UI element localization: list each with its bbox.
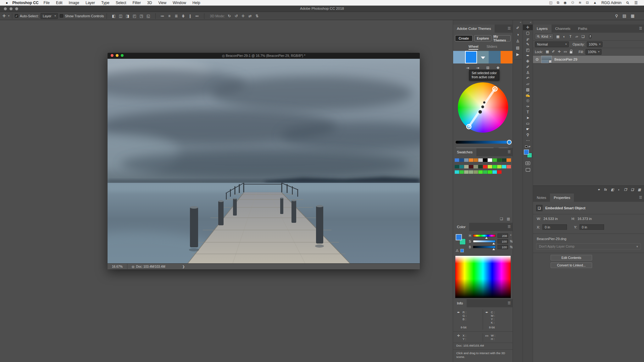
fill-field[interactable]: 100% ▾ bbox=[586, 49, 602, 55]
default-colors-icon[interactable] bbox=[525, 145, 527, 148]
delete-layer-icon[interactable]: ▥ bbox=[638, 188, 641, 191]
tab-color[interactable]: Color bbox=[453, 223, 469, 231]
clone-stamp-tool[interactable]: ♙ bbox=[523, 70, 533, 75]
spotlight-search-icon[interactable]: ⚲ bbox=[624, 1, 632, 5]
new-layer-icon[interactable]: ❏ bbox=[631, 188, 634, 191]
menu-item[interactable]: Edit bbox=[53, 1, 66, 5]
actions-icon[interactable]: ▶ bbox=[513, 51, 523, 58]
brightness-slider-handle[interactable] bbox=[507, 140, 512, 145]
edit-contents-button[interactable]: Edit Contents bbox=[551, 255, 592, 261]
tab-properties[interactable]: Properties bbox=[550, 194, 574, 202]
tab-notes[interactable]: Notes bbox=[533, 194, 550, 202]
distribute-right-icon[interactable]: ≕ bbox=[194, 14, 200, 18]
x-field[interactable]: 0 in bbox=[542, 224, 567, 230]
filter-smart-object-icon[interactable]: ❏ bbox=[580, 35, 586, 39]
airplay-icon[interactable]: ⊡ bbox=[584, 1, 591, 5]
align-bottom-icon[interactable]: ◱ bbox=[145, 14, 152, 18]
layer-comp-dropdown[interactable]: Don't Apply Layer Comp ▾ bbox=[536, 243, 641, 250]
brush-settings-icon[interactable]: ✐ bbox=[513, 25, 523, 31]
theme-swatch[interactable] bbox=[489, 51, 501, 63]
hand-tool[interactable]: ☛ bbox=[523, 126, 533, 132]
smudge-tool[interactable]: ✍ bbox=[523, 92, 533, 98]
align-right-icon[interactable]: ◨ bbox=[125, 14, 131, 18]
clone-source-icon[interactable]: ♙ bbox=[513, 38, 523, 44]
align-middle-icon[interactable]: ◳ bbox=[138, 14, 145, 18]
auto-select-dropdown[interactable]: Layer ▾ bbox=[41, 13, 58, 19]
tab-explore[interactable]: Explore bbox=[474, 35, 492, 41]
new-swatch-icon[interactable]: ❏ bbox=[500, 217, 503, 221]
color-swatch[interactable] bbox=[459, 170, 464, 174]
screen-capture-icon[interactable]: ◫ bbox=[547, 1, 554, 5]
lock-all-icon[interactable] bbox=[570, 51, 572, 53]
color-swatch[interactable] bbox=[474, 165, 478, 168]
color-swatch[interactable] bbox=[464, 170, 469, 174]
set-selected-from-active-icon[interactable]: ⇥ bbox=[476, 66, 479, 70]
menu-item[interactable]: Select bbox=[113, 1, 129, 5]
gradient-tool[interactable]: ▧ bbox=[523, 87, 533, 92]
align-top-icon[interactable]: ◰ bbox=[131, 14, 138, 18]
distribute-center-icon[interactable]: ∥ bbox=[187, 14, 193, 18]
menu-item[interactable]: File bbox=[41, 1, 53, 5]
distribute-bottom-icon[interactable]: ≣ bbox=[173, 14, 180, 18]
lock-position-icon[interactable]: ✛ bbox=[557, 50, 562, 54]
lasso-tool[interactable]: ℘ bbox=[523, 36, 533, 41]
marquee-tool[interactable]: ▢ bbox=[523, 30, 533, 36]
lock-artboard-icon[interactable]: ▭ bbox=[563, 50, 568, 54]
collapse-tools-icon[interactable]: « bbox=[523, 20, 533, 25]
dodge-tool[interactable]: ☉ bbox=[523, 98, 533, 104]
mode-sliders[interactable]: Sliders bbox=[486, 45, 497, 50]
zoom-tool[interactable]: ⚲ bbox=[523, 132, 533, 138]
layer-filter-dropdown[interactable]: ⚲ Kind ▾ bbox=[535, 34, 553, 39]
menu-item[interactable]: 3D bbox=[144, 1, 155, 5]
layer-mask-icon[interactable]: ◧ bbox=[611, 188, 614, 191]
search-icon[interactable]: ⚲ bbox=[615, 14, 618, 18]
color-table-icon[interactable]: ⊞ bbox=[486, 66, 489, 70]
color-swatch[interactable] bbox=[488, 165, 492, 168]
brush-tool[interactable]: ✐ bbox=[523, 64, 533, 70]
distribute-left-icon[interactable]: ⋕ bbox=[180, 14, 186, 18]
bit-depth-1[interactable]: 8-bit bbox=[461, 326, 466, 329]
color-swatch[interactable] bbox=[478, 158, 483, 162]
user-menu[interactable]: RGG Admin bbox=[601, 1, 621, 5]
color-swatch[interactable] bbox=[455, 165, 459, 168]
layer-row[interactable]: ⊙ ❏ BeaconPier-29 bbox=[533, 55, 644, 63]
apple-menu-icon[interactable]: ● bbox=[6, 1, 8, 5]
color-swatch[interactable] bbox=[483, 165, 487, 168]
3d-slide-icon[interactable]: ⇄ bbox=[247, 14, 253, 18]
tool-preset-arrow[interactable]: ▾ bbox=[8, 14, 9, 17]
mode-wheel[interactable]: Wheel bbox=[469, 45, 478, 50]
workspace-icon[interactable]: ▦ bbox=[631, 14, 635, 18]
device-icon[interactable]: ⚇ bbox=[569, 1, 576, 5]
history-brush-tool[interactable]: ↶ bbox=[523, 75, 533, 81]
color-swatch[interactable] bbox=[507, 158, 511, 162]
edit-toolbar[interactable]: ⋯ bbox=[523, 138, 533, 143]
brightness-slider[interactable] bbox=[456, 141, 510, 144]
color-swatch[interactable] bbox=[455, 158, 459, 162]
layer-thumbnail[interactable]: ❏ bbox=[541, 56, 552, 63]
panel-menu-icon[interactable]: ☰ bbox=[639, 195, 642, 200]
set-base-color-icon[interactable]: ⇥ bbox=[466, 66, 469, 70]
move-tool[interactable]: ✛ bbox=[523, 25, 533, 30]
lock-pixels-icon[interactable]: ✐ bbox=[551, 50, 556, 54]
panel-menu-icon[interactable]: ☰ bbox=[639, 26, 642, 30]
color-swatch[interactable] bbox=[464, 165, 469, 168]
layer-visibility-icon[interactable]: ⊙ bbox=[536, 57, 539, 62]
y-field[interactable]: 0 in bbox=[580, 224, 604, 230]
eraser-tool[interactable]: ▱ bbox=[523, 81, 533, 87]
arrange-docs-icon[interactable]: ▤ bbox=[622, 14, 626, 18]
canvas-image[interactable] bbox=[108, 59, 420, 263]
layer-effects-icon[interactable]: fx bbox=[604, 188, 607, 191]
menu-item[interactable]: Image bbox=[66, 1, 82, 5]
lock-transparency-icon[interactable]: ▦ bbox=[545, 50, 550, 54]
align-left-icon[interactable]: ◧ bbox=[111, 14, 117, 18]
color-swatch[interactable] bbox=[483, 158, 487, 162]
color-swatch[interactable] bbox=[459, 165, 464, 168]
tab-my-themes[interactable]: My Themes bbox=[493, 35, 511, 41]
color-swatch[interactable] bbox=[502, 158, 506, 162]
collapse-panels-icon[interactable]: « bbox=[513, 20, 523, 25]
tab-adobe-color-themes[interactable]: Adobe Color Themes bbox=[453, 25, 495, 33]
app-menu-name[interactable]: Photoshop CC bbox=[12, 1, 38, 5]
swap-colors-icon[interactable]: ⇄ bbox=[528, 145, 530, 148]
adjustment-layer-icon[interactable]: ◐ bbox=[618, 188, 620, 191]
opacity-field[interactable]: 100% ▾ bbox=[587, 41, 603, 47]
